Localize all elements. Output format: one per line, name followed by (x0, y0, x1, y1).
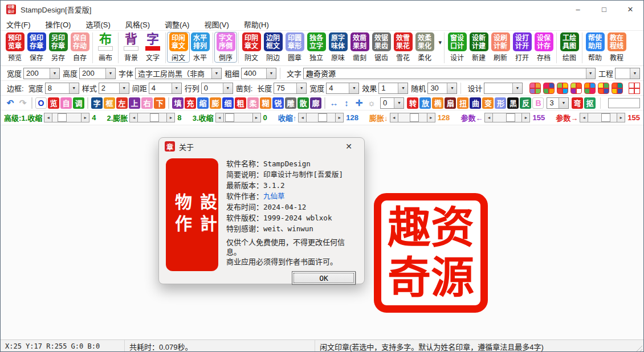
chevron-down-icon[interactable]: ▼ (266, 68, 276, 79)
resize-grip[interactable] (635, 344, 642, 351)
weight-combo[interactable]: 400▼ (241, 68, 276, 79)
slider-right-arrow-icon[interactable]: ► (81, 113, 89, 122)
mini-tool-button[interactable]: 反 (520, 97, 531, 109)
mini-tool-button[interactable]: 雕 (285, 97, 296, 109)
mini-tool-button[interactable]: 散 (297, 97, 309, 109)
mini-tool-button[interactable]: 糊 (260, 97, 271, 109)
mini-tool-button[interactable]: 抠 (584, 97, 596, 109)
chevron-down-icon[interactable]: ▼ (512, 83, 522, 93)
slider-thumb[interactable] (150, 113, 159, 122)
mini-tool-button[interactable]: ☼ (366, 97, 377, 109)
rowcol-combo[interactable]: 0▼ (201, 83, 233, 94)
mini-tool-button[interactable]: 转 (407, 97, 418, 109)
toolbar-button[interactable] (165, 32, 166, 63)
slider-track[interactable] (398, 113, 427, 122)
minimize-icon[interactable]: – (565, 1, 591, 18)
stamp-text-input[interactable] (304, 68, 585, 79)
toolbar-button[interactable]: 教在程线 教程 (606, 32, 627, 62)
about-dialog-titlebar[interactable]: 章 关于 ✕ (159, 138, 364, 155)
toolbar-button[interactable]: 印闲章文 闲文 (168, 32, 189, 62)
toolbar-button[interactable]: 原字味体 原味 (327, 32, 349, 62)
random-combo[interactable]: 30▼ (427, 83, 457, 94)
slider-thumb[interactable] (58, 113, 67, 122)
mini-tool-button[interactable] (324, 97, 325, 109)
mosaic-preset-2-icon[interactable] (543, 83, 555, 94)
toolbar-button[interactable]: 背 背景 (120, 32, 142, 62)
chevron-down-icon[interactable]: ▼ (349, 83, 358, 93)
tool-parameter-input[interactable] (608, 98, 640, 108)
slider-left-arrow-icon[interactable]: ◄ (215, 113, 224, 122)
menu-item[interactable]: 选项(S) (85, 19, 110, 30)
chisel-width-combo[interactable]: 4▼ (326, 83, 359, 94)
toolbar-button[interactable]: 效柔果化 柔化 (414, 32, 435, 62)
menu-item[interactable]: 调整(A) (165, 19, 189, 30)
stamp-preview[interactable]: 趣资 奇源 (374, 193, 488, 313)
toolbar-button[interactable]: 独各立字 独立 (305, 32, 327, 62)
toolbar-button[interactable]: 字 文字 (142, 32, 164, 62)
mosaic-preset-6-icon[interactable] (598, 83, 609, 94)
mini-tool-button[interactable]: 下 (154, 97, 165, 109)
spacing-combo[interactable]: 4▼ (149, 83, 182, 94)
slider-track[interactable] (588, 113, 617, 122)
height-combo[interactable]: 200▼ (79, 68, 116, 79)
mosaic-preset-4-icon[interactable] (570, 83, 582, 94)
slider-left-arrow-icon[interactable]: ◄ (580, 113, 588, 122)
rotate-combo[interactable]: 0▼ (380, 97, 404, 109)
stamp-text-combo[interactable]: ▼ (303, 68, 596, 79)
mini-tool-button[interactable]: 自 (60, 97, 72, 109)
mini-tool-button[interactable]: 柔 (247, 97, 259, 109)
slider-thumb[interactable] (225, 113, 234, 122)
slider-track[interactable] (493, 113, 521, 122)
mini-tool-button[interactable]: 曲 (470, 97, 481, 109)
toolbar-button[interactable]: 设刷计新 刷新 (490, 32, 511, 62)
toolbar-button[interactable] (213, 32, 213, 63)
menu-item[interactable]: 视图(V) (204, 19, 229, 30)
toolbar-button[interactable]: 印阴章文 阴文 (241, 32, 262, 62)
mosaic-preset-5-icon[interactable] (584, 83, 596, 94)
chevron-down-icon[interactable]: ▼ (296, 83, 306, 93)
chevron-down-icon[interactable]: ▼ (447, 83, 456, 93)
effect-combo[interactable]: 1▼ (378, 83, 408, 94)
mini-tool-button[interactable]: 扇 (445, 97, 456, 109)
toolbar-button[interactable] (92, 32, 93, 63)
ok-button[interactable]: OK (292, 271, 356, 285)
chevron-down-icon[interactable]: ▼ (119, 83, 129, 93)
mini-tool-button[interactable]: 细 (222, 97, 234, 109)
toolbar-button[interactable]: 效凿果刻 凿刻 (349, 32, 370, 62)
mini-tool-button[interactable]: 锐 (272, 97, 284, 109)
design-combo[interactable]: ▼ (484, 83, 523, 94)
close-icon[interactable]: ✕ (339, 142, 358, 151)
mosaic-preset-1-icon[interactable] (529, 83, 541, 94)
chisel-length-combo[interactable]: 75▼ (274, 83, 307, 94)
mini-tool-button[interactable]: ↔ (328, 97, 340, 109)
mini-tool-button[interactable]: 粗 (235, 97, 246, 109)
mini-tool-button[interactable] (87, 97, 88, 109)
menu-item[interactable]: 帮助(H) (244, 19, 269, 30)
font-combo[interactable]: 造字工房尚黑（非商▼ (135, 68, 222, 79)
toolbar-button[interactable]: 设保计存 存档 (533, 32, 555, 62)
chevron-down-icon[interactable]: ▼ (394, 98, 403, 108)
slider-left-arrow-icon[interactable]: ◄ (298, 113, 307, 122)
mini-tool-button[interactable]: ✛ (353, 97, 365, 109)
chevron-down-icon[interactable]: ▼ (172, 83, 181, 93)
toolbar-button[interactable]: 字文序倒 倒序 (215, 32, 237, 62)
toolbar-button[interactable]: 帮使助用 帮助 (584, 32, 606, 62)
toolbar-button[interactable]: 设新计建 新建 (468, 32, 490, 62)
toolbar-button[interactable]: 效雪果花 雪花 (392, 32, 414, 62)
mini-tool-button[interactable]: ↷ (17, 97, 28, 109)
close-icon[interactable]: ✕ (617, 1, 643, 18)
mini-tool-button[interactable]: 字 (91, 97, 103, 109)
chevron-down-icon[interactable]: ▼ (69, 83, 79, 93)
mini-tool-button[interactable]: 缩 (197, 97, 209, 109)
slider-right-arrow-icon[interactable]: ► (617, 113, 625, 122)
mini-tool-button[interactable]: 充 (185, 97, 196, 109)
toolbar-button[interactable] (556, 32, 557, 63)
menu-item[interactable]: 文件(F) (6, 19, 31, 30)
project-combo[interactable]: ▼ (615, 68, 640, 79)
border-style-combo[interactable]: 2▼ (99, 83, 129, 94)
red-grid-icon[interactable] (629, 83, 640, 94)
slider-track[interactable] (224, 113, 252, 122)
mini-tool-button[interactable]: B (532, 97, 544, 109)
slider-thumb[interactable] (410, 113, 419, 122)
mini-tool-button[interactable] (168, 97, 169, 109)
